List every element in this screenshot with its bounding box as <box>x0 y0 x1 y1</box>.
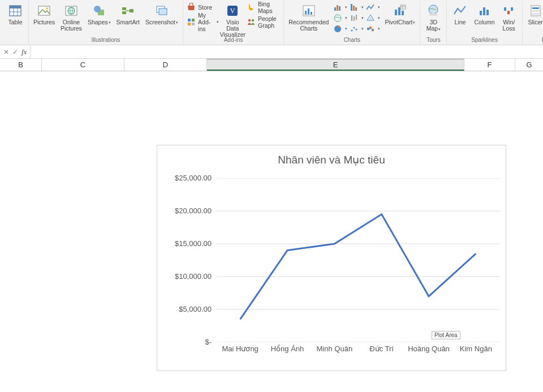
chart-column-button[interactable]: ▾ <box>350 2 364 12</box>
group-label-charts: Charts <box>344 37 360 45</box>
col-header-B[interactable]: B <box>0 59 42 71</box>
col-header-F[interactable]: F <box>464 59 515 71</box>
group-label-tours: Tours <box>426 37 440 45</box>
chart-radar-button[interactable]: ▾ <box>366 13 380 23</box>
recommended-charts-button[interactable]: Recommended Charts <box>287 2 330 32</box>
svg-rect-59 <box>507 11 510 14</box>
3d-map-button[interactable]: 3D Map▾ <box>424 2 443 32</box>
formula-bar: ✕ ✓ fx <box>0 45 543 59</box>
screenshot-button[interactable]: Screenshot▾ <box>144 2 179 32</box>
pictures-icon <box>36 3 52 18</box>
map-chart-icon <box>333 14 342 23</box>
col-header-C[interactable]: C <box>42 59 124 71</box>
col-header-E[interactable]: E <box>207 59 464 71</box>
svg-point-34 <box>334 15 341 21</box>
svg-point-53 <box>429 5 438 14</box>
svg-rect-31 <box>351 4 352 11</box>
shapes-icon <box>91 3 107 18</box>
table-button[interactable]: Table <box>6 2 25 32</box>
svg-rect-55 <box>480 11 482 15</box>
pivotchart-button[interactable]: PivotChart▾ <box>383 2 416 32</box>
visio-button[interactable]: V Visio Data Visualizer <box>222 2 243 32</box>
scatter-chart-icon <box>350 24 359 33</box>
group-label-addins: Add-ins <box>224 37 243 45</box>
visio-label: Visio Data Visualizer <box>220 19 245 32</box>
chart-scatter-button[interactable]: ▾ <box>350 24 364 34</box>
sparkline-column-button[interactable]: Column <box>473 2 495 32</box>
slicer-label: Slicer <box>528 19 543 32</box>
svg-rect-44 <box>367 28 369 30</box>
smartart-button[interactable]: SmartArt <box>115 2 141 32</box>
embedded-chart[interactable]: Nhân viên và Mục tiêu $-$5,000.00$10,000… <box>157 145 506 371</box>
chart-y-tick: $20,000.00 <box>161 206 212 215</box>
chart-x-tick: Kim Ngân <box>453 344 499 353</box>
svg-rect-57 <box>486 10 489 15</box>
svg-rect-63 <box>532 10 539 12</box>
group-label-sparklines: Sparklines <box>471 37 498 45</box>
people-graph-button[interactable]: People Graph <box>247 17 280 27</box>
col-header-G[interactable]: G <box>515 59 543 71</box>
worksheet-area[interactable]: Nhân viên và Mục tiêu $-$5,000.00$10,000… <box>0 71 543 392</box>
store-button[interactable]: Store <box>187 2 219 12</box>
chart-bar-button[interactable]: ▾ <box>333 2 347 12</box>
my-addins-button[interactable]: My Add-ins▾ <box>187 17 219 27</box>
sparkline-line-button[interactable]: Line <box>450 2 469 32</box>
sparkline-winloss-button[interactable]: Win/ Loss <box>499 2 519 32</box>
online-pictures-icon <box>63 3 79 18</box>
formula-input[interactable] <box>30 45 543 58</box>
svg-point-42 <box>354 27 355 29</box>
smartart-label: SmartArt <box>117 19 140 32</box>
chart-plot-area[interactable] <box>217 178 499 342</box>
chart-surface-button[interactable]: ▾ <box>366 24 380 34</box>
ribbon-group-tables: Table <box>2 1 29 45</box>
svg-rect-27 <box>311 12 312 15</box>
svg-rect-49 <box>402 11 404 15</box>
smartart-icon <box>120 3 136 18</box>
sparkline-line-label: Line <box>455 19 466 32</box>
cancel-formula-button[interactable]: ✕ <box>3 48 9 56</box>
chart-maps-button[interactable]: ▾ <box>333 13 347 23</box>
shapes-button[interactable]: Shapes▾ <box>87 2 112 32</box>
sparkline-winloss-label: Win/ Loss <box>503 19 515 32</box>
chart-pie-button[interactable]: ▾ <box>333 24 347 34</box>
svg-rect-16 <box>188 19 191 21</box>
sparkline-column-label: Column <box>474 19 494 32</box>
chart-x-tick: Hồng Ánh <box>264 344 311 353</box>
chart-title[interactable]: Nhân viên và Mục tiêu <box>157 145 506 172</box>
svg-rect-28 <box>334 7 336 11</box>
svg-rect-25 <box>305 11 307 15</box>
bing-maps-button[interactable]: Bing Maps <box>247 2 280 12</box>
svg-rect-19 <box>192 23 195 25</box>
pivotchart-label: PivotChart▾ <box>385 19 415 32</box>
store-label: Store <box>198 4 212 11</box>
ribbon: Table Pictures Online Pictures Shapes▾ S… <box>0 0 543 45</box>
enter-formula-button[interactable]: ✓ <box>12 48 18 56</box>
svg-rect-17 <box>192 19 195 21</box>
online-pictures-button[interactable]: Online Pictures <box>59 2 83 32</box>
svg-rect-32 <box>353 6 355 11</box>
chart-line-button[interactable]: ▾ <box>366 2 380 12</box>
svg-point-22 <box>248 19 251 21</box>
ribbon-group-charts: Recommended Charts ▾ ▾ ▾ ▾ ▾ ▾ ▾ ▾ ▾ <box>284 1 420 45</box>
radar-chart-icon <box>366 14 375 23</box>
fx-button[interactable]: fx <box>21 48 27 57</box>
ribbon-group-sparklines: Line Column Win/ Loss Sparklines <box>447 1 522 45</box>
chart-tooltip: Plot Area <box>432 331 460 339</box>
svg-rect-33 <box>355 7 357 11</box>
slicer-button[interactable]: Slicer <box>526 2 543 32</box>
table-label: Table <box>8 19 22 32</box>
addins-icon <box>187 18 196 27</box>
recommended-charts-icon <box>301 3 317 18</box>
ribbon-group-filters: Slicer Timeline Filters <box>523 1 543 45</box>
pictures-label: Pictures <box>33 19 55 32</box>
col-header-D[interactable]: D <box>124 59 207 71</box>
chart-x-tick: Đức Trí <box>359 344 405 353</box>
chart-data-series[interactable] <box>240 214 476 320</box>
screenshot-label: Screenshot▾ <box>145 19 178 32</box>
bing-label: Bing Maps <box>258 1 280 14</box>
svg-rect-45 <box>369 27 372 29</box>
chart-stock-button[interactable]: ▾ <box>350 13 364 23</box>
pictures-button[interactable]: Pictures <box>32 2 56 32</box>
svg-rect-13 <box>130 9 133 12</box>
globe-icon <box>425 3 441 18</box>
